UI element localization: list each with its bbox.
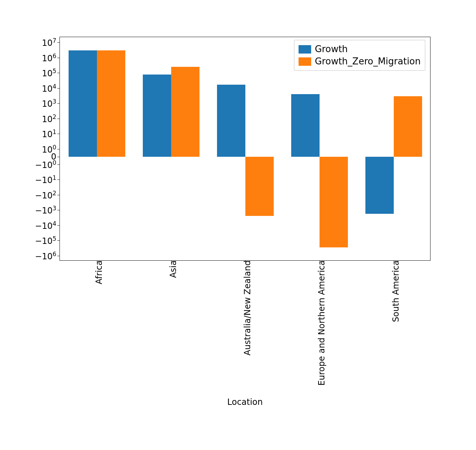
x-axis-label: Location (227, 397, 263, 407)
bar-growth-3 (291, 94, 320, 157)
x-tick-label: South America (387, 260, 401, 322)
x-tick-label: Asia (164, 260, 178, 278)
x-tick-label: Europe and Northern America (313, 260, 327, 386)
legend-swatch-growth (299, 45, 311, 54)
legend-label-growth: Growth (315, 43, 348, 55)
bar-zeromig-2 (245, 157, 274, 216)
legend: Growth Growth_Zero_Migration (294, 40, 425, 71)
y-tick-label: 103 (42, 98, 60, 109)
legend-swatch-zero-migration (299, 57, 311, 66)
chart-canvas: Growth Growth_Zero_Migration 10010110210… (0, 0, 476, 450)
y-tick-label: −104 (35, 220, 60, 231)
legend-item-growth: Growth (299, 43, 421, 55)
bar-growth-2 (217, 85, 245, 157)
bar-zeromig-4 (394, 96, 422, 157)
x-tick-label: Australia/New Zealand (238, 260, 252, 356)
y-tick-label: 104 (42, 83, 60, 93)
y-tick-label: −105 (35, 235, 60, 246)
bar-zeromig-0 (97, 50, 125, 157)
y-tick-label: 106 (42, 52, 60, 63)
x-tick-label: Africa (90, 260, 104, 284)
y-tick-label: −102 (35, 189, 60, 200)
bar-zeromig-3 (320, 157, 348, 247)
bar-growth-0 (69, 50, 97, 157)
y-tick-label: 105 (42, 68, 60, 78)
plot-area: Growth Growth_Zero_Migration 10010110210… (59, 37, 430, 261)
bar-zeromig-1 (171, 67, 200, 157)
y-tick-label: 102 (42, 113, 60, 124)
legend-label-zero-migration: Growth_Zero_Migration (315, 55, 421, 68)
y-tick-label: 107 (42, 37, 60, 48)
y-tick-label: −101 (35, 174, 60, 185)
y-tick-label: 101 (42, 128, 60, 139)
bar-growth-4 (365, 157, 394, 214)
bar-growth-1 (143, 75, 171, 157)
legend-item-zero-migration: Growth_Zero_Migration (299, 55, 421, 68)
y-tick-label: −100 (35, 159, 60, 170)
y-tick-label: −103 (35, 205, 60, 216)
y-tick-label: −106 (35, 250, 60, 261)
